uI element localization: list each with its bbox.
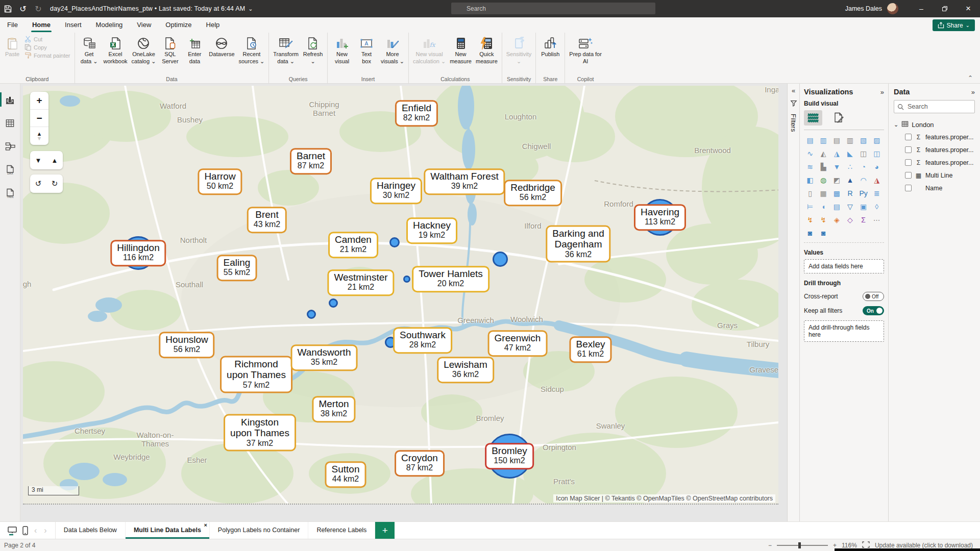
visual-type-icon[interactable]: ▼ bbox=[830, 162, 843, 172]
visual-type-icon[interactable]: ↯ bbox=[804, 215, 816, 225]
menu-item[interactable]: Optimize bbox=[158, 17, 199, 33]
map-data-marker[interactable] bbox=[403, 276, 410, 283]
borough-label[interactable]: Redbridge 56 km2 bbox=[504, 180, 562, 206]
refresh-button[interactable]: Refresh ⌄ bbox=[301, 35, 325, 74]
borough-label[interactable]: Bexley 61 km2 bbox=[569, 336, 611, 363]
visual-type-icon[interactable]: ▤ bbox=[830, 135, 843, 145]
visual-type-icon[interactable]: ◫ bbox=[871, 148, 883, 159]
visual-type-icon[interactable]: ▨ bbox=[871, 135, 883, 145]
enter-data-button[interactable]: Enter data bbox=[182, 35, 207, 74]
field-checkbox[interactable] bbox=[905, 172, 912, 179]
borough-label[interactable]: Waltham Forest 39 km2 bbox=[424, 168, 505, 195]
visual-type-icon[interactable]: ▩ bbox=[830, 188, 843, 198]
visual-type-icon[interactable]: ◣ bbox=[844, 148, 856, 159]
publish-button[interactable]: Publish bbox=[538, 35, 562, 74]
desktop-layout-button[interactable] bbox=[7, 525, 17, 536]
excel-workbook-button[interactable]: X Excel workbook bbox=[102, 35, 130, 74]
visual-type-icon[interactable]: ◫ bbox=[857, 148, 870, 159]
visual-type-icon[interactable]: ◧ bbox=[804, 175, 816, 185]
text-box-button[interactable]: A Text box bbox=[354, 35, 379, 74]
mobile-layout-button[interactable] bbox=[22, 526, 28, 535]
borough-label[interactable]: Barnet 87 km2 bbox=[290, 148, 332, 174]
zoom-level[interactable]: 116% bbox=[842, 542, 857, 549]
visual-type-icon[interactable]: ▤ bbox=[830, 202, 843, 212]
menu-item[interactable]: File bbox=[0, 17, 25, 33]
visual-type-icon[interactable]: ▧ bbox=[857, 135, 870, 145]
borough-label[interactable]: Bromley 150 km2 bbox=[485, 443, 534, 469]
visual-type-icon[interactable]: ▦ bbox=[817, 188, 829, 198]
borough-label[interactable]: Camden 21 km2 bbox=[328, 232, 378, 258]
title-dropdown-caret[interactable]: ⌄ bbox=[248, 6, 253, 12]
field-row[interactable]: Σ features.proper... bbox=[894, 143, 975, 156]
menu-item[interactable]: Help bbox=[199, 17, 227, 33]
rotate-cw-button[interactable]: ↻ bbox=[46, 174, 63, 193]
borough-label[interactable]: Harrow 50 km2 bbox=[198, 168, 242, 195]
page-tab[interactable]: Data Labels Below bbox=[56, 522, 126, 539]
field-row[interactable]: Σ features.proper... bbox=[894, 131, 975, 143]
visual-type-icon[interactable]: ◕ bbox=[871, 162, 883, 172]
quick-measure-button[interactable]: Quick measure bbox=[474, 35, 500, 74]
borough-label[interactable]: Croydon 87 km2 bbox=[395, 450, 445, 477]
model-view-button[interactable] bbox=[0, 137, 20, 156]
visual-type-icon[interactable]: ▥ bbox=[844, 135, 856, 145]
visual-type-icon[interactable]: R bbox=[844, 188, 856, 198]
format-visual-tab[interactable] bbox=[829, 110, 848, 126]
visual-type-icon[interactable]: ▥ bbox=[817, 135, 829, 145]
avatar[interactable] bbox=[887, 3, 898, 14]
new-measure-button[interactable]: New measure bbox=[448, 35, 474, 74]
zoom-slider[interactable] bbox=[777, 545, 828, 546]
borough-label[interactable]: Enfield 82 km2 bbox=[395, 100, 438, 127]
visual-type-icon[interactable]: ▽ bbox=[844, 202, 856, 212]
field-checkbox[interactable] bbox=[905, 146, 912, 153]
table-london-row[interactable]: ⌄ London bbox=[894, 118, 975, 131]
save-icon[interactable] bbox=[0, 0, 15, 17]
collapse-ribbon-chevron[interactable]: ⌃ bbox=[968, 74, 973, 82]
visual-type-icon[interactable]: ▙ bbox=[817, 162, 829, 172]
visual-type-icon[interactable]: ◙ bbox=[804, 228, 816, 238]
pitch-toggle-button[interactable]: ▲ ▼ bbox=[30, 127, 48, 145]
page-tab[interactable]: Multi Line Data Labels × bbox=[126, 522, 210, 539]
borough-label[interactable]: Merton 38 km2 bbox=[312, 396, 355, 422]
tilt-up-button[interactable]: ▲ bbox=[46, 151, 63, 169]
field-checkbox[interactable] bbox=[905, 134, 912, 140]
visual-type-icon[interactable]: ◙ bbox=[817, 228, 829, 238]
recent-sources-button[interactable]: Recent sources ⌄ bbox=[237, 35, 267, 74]
menu-item[interactable]: View bbox=[130, 17, 158, 33]
tilt-down-button[interactable]: ▼ bbox=[30, 151, 46, 169]
icon-map-visual[interactable]: Watford Bushey Chipping Barnet Loughton … bbox=[23, 86, 778, 505]
visual-type-icon[interactable]: ◖ bbox=[817, 202, 829, 212]
visual-type-icon[interactable]: ◮ bbox=[871, 175, 883, 185]
add-data-fields-well[interactable]: Add data fields here bbox=[804, 259, 884, 273]
global-search-input[interactable] bbox=[451, 3, 655, 14]
borough-label[interactable]: Havering 113 km2 bbox=[634, 204, 686, 231]
prep-data-for-ai-button[interactable]: Prep data for AI bbox=[567, 35, 604, 74]
visual-type-icon[interactable]: ▲ bbox=[844, 175, 856, 185]
field-row[interactable]: ▦ Multi Line bbox=[894, 169, 975, 182]
visual-type-icon[interactable]: Σ bbox=[857, 215, 870, 225]
build-visual-tab[interactable] bbox=[804, 110, 822, 126]
add-drill-through-fields-well[interactable]: Add drill-through fields here bbox=[804, 320, 884, 342]
zoom-out-status[interactable]: − bbox=[768, 542, 772, 549]
visual-type-icon[interactable]: ◇ bbox=[844, 215, 856, 225]
visual-type-icon[interactable]: ◩ bbox=[830, 175, 843, 185]
visual-type-icon[interactable]: ▤ bbox=[804, 135, 816, 145]
borough-label[interactable]: Richmond upon Thames 57 km2 bbox=[220, 356, 292, 393]
visual-type-icon[interactable]: ◊ bbox=[871, 202, 883, 212]
expand-filters-chevron[interactable]: « bbox=[792, 87, 795, 94]
borough-label[interactable]: Hounslow 56 km2 bbox=[159, 332, 214, 358]
close-tab-icon[interactable]: × bbox=[204, 522, 207, 528]
data-search-input[interactable] bbox=[894, 100, 975, 113]
borough-label[interactable]: Wandsworth 35 km2 bbox=[291, 344, 358, 371]
close-button[interactable]: × bbox=[957, 0, 980, 17]
expand-table-chevron[interactable]: ⌄ bbox=[894, 121, 898, 128]
restore-button[interactable] bbox=[933, 0, 957, 17]
table-view-button[interactable] bbox=[0, 113, 20, 133]
collapse-visualizations-chevron[interactable]: » bbox=[880, 88, 884, 96]
field-row[interactable]: Name bbox=[894, 182, 975, 194]
visual-type-icon[interactable]: ◮ bbox=[830, 148, 843, 159]
field-row[interactable]: Σ features.proper... bbox=[894, 156, 975, 169]
field-checkbox[interactable] bbox=[905, 159, 912, 166]
borough-label[interactable]: Lewisham 36 km2 bbox=[437, 357, 494, 383]
dax-query-view-button[interactable]: DAX bbox=[0, 160, 20, 180]
new-page-button[interactable]: + bbox=[375, 522, 395, 539]
